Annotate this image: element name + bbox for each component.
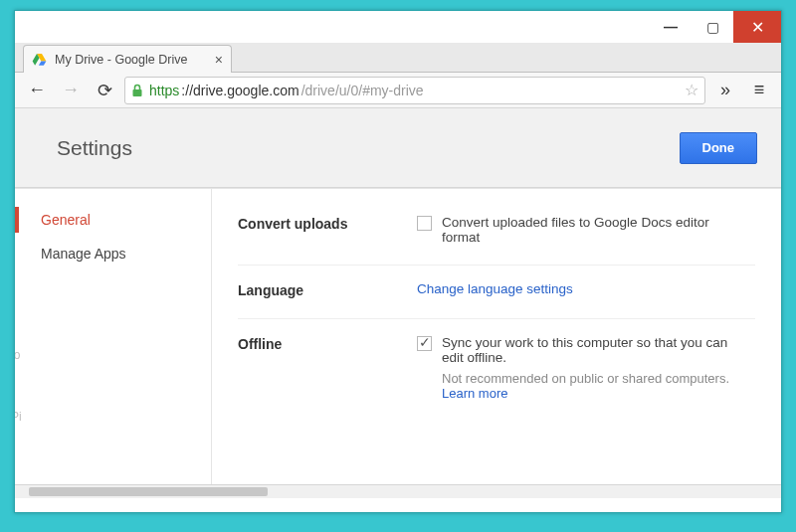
close-icon: ✕ [751,18,764,37]
setting-label: Convert uploads [238,215,417,232]
arrow-left-icon: ← [28,80,46,100]
page-viewport: Settings Done General Manage Apps lo Pi … [15,108,781,498]
lock-icon [131,84,143,97]
setting-label: Language [238,281,417,298]
window-titlebar: — ▢ ✕ [15,11,781,43]
settings-header: Settings Done [15,108,781,188]
settings-body: General Manage Apps lo Pi Convert upload… [15,188,781,484]
offline-sync-note: Not recommended on public or shared comp… [442,371,750,401]
offline-note-prefix: Not recommended on public or shared comp… [442,371,729,386]
nav-back-button[interactable]: ← [23,77,51,104]
window-minimize-button[interactable]: — [650,11,692,43]
url-path: /drive/u/0/#my-drive [301,83,424,98]
arrow-right-icon: → [62,80,80,100]
offline-sync-text: Sync your work to this computer so that … [442,335,750,365]
maximize-icon: ▢ [706,19,719,35]
url-scheme: https [149,83,179,98]
learn-more-link[interactable]: Learn more [442,386,507,401]
drive-favicon-icon [32,52,47,67]
bookmark-star-icon[interactable]: ☆ [685,81,698,99]
background-truncated-text: lo [15,348,20,362]
browser-window: — ▢ ✕ My Drive - Google Drive × ← [14,10,782,513]
address-bar[interactable]: https ://drive.google.com /drive/u/0/#my… [124,77,705,104]
tab-close-icon[interactable]: × [215,52,223,68]
setting-row-language: Language Change language settings [238,266,755,319]
nav-reload-button[interactable]: ⟳ [91,77,118,104]
sidebar-item-label: Manage Apps [41,246,126,262]
settings-sidebar: General Manage Apps lo Pi [15,189,212,484]
window-close-button[interactable]: ✕ [733,11,781,43]
hamburger-icon: ≡ [754,80,765,100]
background-truncated-text: Pi [15,410,22,424]
settings-content: Convert uploads Convert uploaded files t… [212,189,781,484]
overflow-chevron-button[interactable]: » [711,77,739,104]
done-button[interactable]: Done [680,132,758,164]
sidebar-item-label: General [41,212,91,228]
sidebar-item-manage-apps[interactable]: Manage Apps [15,237,211,270]
url-domain: ://drive.google.com [181,83,298,98]
setting-row-convert-uploads: Convert uploads Convert uploaded files t… [238,211,755,266]
svg-rect-3 [133,89,142,96]
horizontal-scrollbar[interactable] [15,484,781,498]
chevron-right-icon: » [720,80,730,100]
nav-forward-button[interactable]: → [57,77,85,104]
browser-menu-button[interactable]: ≡ [745,77,773,104]
minimize-icon: — [664,19,678,35]
tab-strip: My Drive - Google Drive × [15,43,781,73]
reload-icon: ⟳ [98,80,112,101]
change-language-link[interactable]: Change language settings [417,281,573,296]
convert-uploads-checkbox[interactable] [417,216,432,231]
svg-marker-1 [39,61,47,65]
tab-title: My Drive - Google Drive [55,53,187,67]
browser-toolbar: ← → ⟳ https ://drive.google.com /drive/u… [15,73,781,108]
window-maximize-button[interactable]: ▢ [692,11,733,43]
sidebar-item-general[interactable]: General [15,203,211,237]
scrollbar-thumb[interactable] [29,487,268,496]
offline-sync-checkbox[interactable] [417,336,432,351]
page-title: Settings [57,136,132,160]
setting-row-offline: Offline Sync your work to this computer … [238,319,755,421]
browser-tab[interactable]: My Drive - Google Drive × [23,45,232,73]
convert-uploads-text: Convert uploaded files to Google Docs ed… [442,215,740,245]
setting-label: Offline [238,335,417,352]
